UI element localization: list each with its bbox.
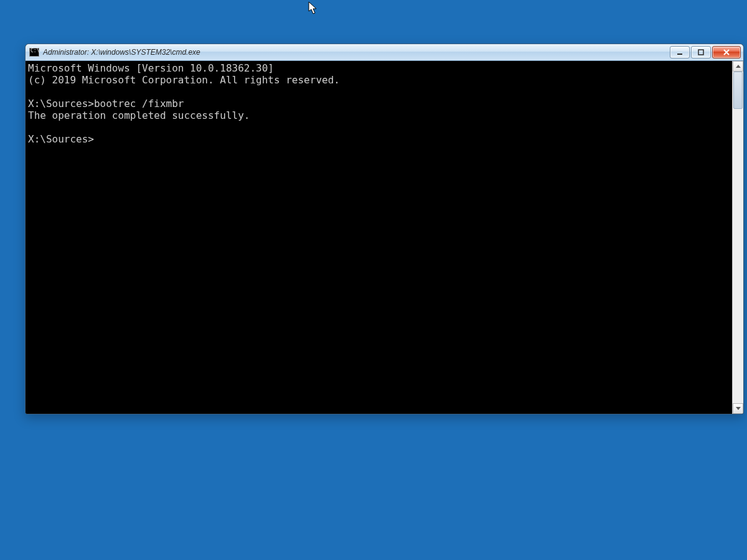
mouse-cursor-icon xyxy=(308,1,318,15)
chevron-up-icon xyxy=(736,65,741,68)
console-line: (c) 2019 Microsoft Corporation. All righ… xyxy=(28,74,730,86)
console-line: The operation completed successfully. xyxy=(28,110,730,121)
svg-rect-1 xyxy=(698,50,703,55)
scroll-thumb[interactable] xyxy=(733,72,743,109)
client-area: Microsoft Windows [Version 10.0.18362.30… xyxy=(26,61,743,414)
close-button[interactable] xyxy=(712,46,741,58)
console-line xyxy=(28,86,730,98)
titlebar[interactable]: Administrator: X:\windows\SYSTEM32\cmd.e… xyxy=(26,44,743,61)
close-icon xyxy=(723,49,730,55)
cmd-window: Administrator: X:\windows\SYSTEM32\cmd.e… xyxy=(25,44,744,414)
maximize-button[interactable] xyxy=(691,46,711,58)
minimize-icon xyxy=(677,49,683,55)
maximize-icon xyxy=(698,49,704,55)
console-line: X:\Sources> xyxy=(28,133,730,145)
console-output[interactable]: Microsoft Windows [Version 10.0.18362.30… xyxy=(26,61,732,414)
console-line: Microsoft Windows [Version 10.0.18362.30… xyxy=(28,62,730,74)
window-title: Administrator: X:\windows\SYSTEM32\cmd.e… xyxy=(43,48,666,57)
caption-buttons xyxy=(670,46,741,58)
chevron-down-icon xyxy=(736,407,741,410)
svg-rect-0 xyxy=(677,54,682,55)
minimize-button[interactable] xyxy=(670,46,690,58)
cmd-icon xyxy=(29,47,39,57)
console-line: X:\Sources>bootrec /fixmbr xyxy=(28,98,730,110)
scroll-up-button[interactable] xyxy=(733,61,743,72)
scroll-down-button[interactable] xyxy=(733,403,743,414)
console-line xyxy=(28,121,730,133)
scroll-track[interactable] xyxy=(733,72,743,403)
vertical-scrollbar[interactable] xyxy=(732,61,743,414)
